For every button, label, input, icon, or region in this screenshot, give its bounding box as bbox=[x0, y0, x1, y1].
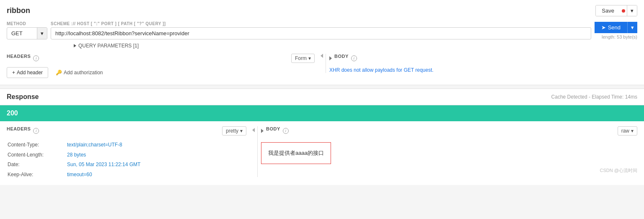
query-params-toggle[interactable]: QUERY PARAMETERS [1] bbox=[74, 43, 637, 49]
save-status-dot bbox=[622, 9, 625, 13]
raw-label: raw bbox=[621, 128, 629, 134]
response-collapse-left-arrow[interactable] bbox=[252, 128, 255, 132]
response-body-header: BODY i raw ▾ bbox=[261, 126, 637, 136]
save-dropdown-button[interactable]: ▾ bbox=[627, 5, 637, 16]
add-header-button[interactable]: + Add header bbox=[7, 67, 48, 78]
form-dropdown-arrow: ▾ bbox=[308, 55, 311, 61]
query-params-row: QUERY PARAMETERS [1] bbox=[7, 43, 637, 49]
headers-title: HEADERS bbox=[7, 54, 31, 59]
query-params-triangle bbox=[74, 44, 76, 47]
response-headers-body-row: HEADERS i pretty ▾ Content-Type:text/pla… bbox=[7, 126, 637, 180]
response-header: Response Cache Detected - Elapsed Time: … bbox=[0, 89, 644, 105]
header-value: timeout=60 bbox=[67, 170, 246, 180]
collapse-left-arrow[interactable] bbox=[321, 54, 323, 58]
response-headers-table: Content-Type:text/plain;charset=UTF-8Con… bbox=[7, 140, 246, 180]
url-group: SCHEME :// HOST [ ":" PORT ] [ PATH [ "?… bbox=[51, 21, 591, 39]
response-collapse-divider bbox=[250, 126, 257, 132]
headers-body-row: HEADERS i Form ▾ + Add header 🔑 Add bbox=[7, 54, 637, 78]
csdn-watermark: CSDN @心流时间 bbox=[261, 164, 637, 177]
response-body-title-group: BODY i bbox=[261, 126, 289, 136]
table-row: Content-Type:text/plain;charset=UTF-8 bbox=[8, 141, 246, 150]
header-name: Keep-Alive: bbox=[8, 170, 66, 180]
send-button[interactable]: ➤ Send bbox=[595, 22, 627, 33]
elapsed-time: Cache Detected - Elapsed Time: 14ms bbox=[551, 94, 637, 100]
save-button-group: Save ▾ bbox=[595, 5, 637, 16]
response-headers-title: HEADERS bbox=[7, 126, 31, 131]
response-body-info-icon[interactable]: i bbox=[283, 128, 289, 134]
send-dropdown-button[interactable]: ▾ bbox=[627, 22, 637, 33]
response-body-content: 我是提供者aaaa的接口 bbox=[268, 150, 324, 156]
status-code: 200 bbox=[7, 110, 18, 117]
method-dropdown-arrow[interactable]: ▾ bbox=[37, 28, 47, 39]
url-input[interactable] bbox=[51, 27, 591, 39]
response-content: HEADERS i pretty ▾ Content-Type:text/pla… bbox=[0, 121, 644, 185]
body-message: XHR does not allow payloads for GET requ… bbox=[329, 67, 637, 73]
status-bar: 200 bbox=[0, 105, 644, 121]
body-title: BODY bbox=[334, 54, 349, 59]
method-group: METHOD GET POST PUT DELETE ▾ bbox=[7, 21, 47, 39]
response-headers-section-header: HEADERS i pretty ▾ bbox=[7, 126, 246, 136]
header-name: Content-Length: bbox=[8, 151, 66, 160]
response-body-expand-arrow[interactable] bbox=[261, 129, 264, 133]
raw-dropdown-arrow: ▾ bbox=[631, 128, 634, 134]
table-row: Date:Sun, 05 Mar 2023 11:22:14 GMT bbox=[8, 160, 246, 169]
top-header: ribbon Save ▾ bbox=[7, 5, 637, 16]
headers-action-row: + Add header 🔑 Add authorization bbox=[7, 67, 315, 78]
body-expand-arrow[interactable] bbox=[329, 56, 332, 60]
response-body-section: BODY i raw ▾ 我是提供者aaaa的接口 CSDN @心流时间 bbox=[257, 126, 637, 177]
add-authorization-button[interactable]: 🔑 Add authorization bbox=[52, 68, 107, 78]
method-select[interactable]: GET POST PUT DELETE bbox=[7, 28, 37, 39]
send-label: Send bbox=[608, 24, 621, 31]
header-value: 28 bytes bbox=[67, 151, 246, 160]
header-name: Content-Type: bbox=[8, 141, 66, 150]
pretty-dropdown-arrow: ▾ bbox=[240, 128, 243, 134]
body-info-icon[interactable]: i bbox=[351, 55, 357, 61]
header-name: Date: bbox=[8, 160, 66, 169]
request-body-section: BODY i XHR does not allow payloads for G… bbox=[326, 54, 637, 73]
collapse-divider bbox=[318, 54, 326, 58]
request-headers-section: HEADERS i Form ▾ + Add header 🔑 Add bbox=[7, 54, 318, 78]
body-title-group: BODY i bbox=[329, 54, 357, 63]
raw-dropdown[interactable]: raw ▾ bbox=[618, 126, 637, 136]
length-info: length: 53 byte(s) bbox=[602, 34, 637, 39]
response-headers-section: HEADERS i pretty ▾ Content-Type:text/pla… bbox=[7, 126, 250, 180]
table-row: Keep-Alive:timeout=60 bbox=[8, 170, 246, 180]
request-section: ribbon Save ▾ METHOD GET POST PUT DELETE… bbox=[0, 0, 644, 85]
form-dropdown[interactable]: Form ▾ bbox=[291, 54, 315, 63]
app-title: ribbon bbox=[7, 6, 30, 15]
headers-section-header: HEADERS i Form ▾ bbox=[7, 54, 315, 63]
response-section: Response Cache Detected - Elapsed Time: … bbox=[0, 89, 644, 185]
save-button[interactable]: Save bbox=[596, 5, 620, 16]
response-body-title: BODY bbox=[266, 126, 280, 131]
method-select-wrapper: GET POST PUT DELETE ▾ bbox=[7, 27, 47, 39]
response-headers-title-group: HEADERS i bbox=[7, 126, 39, 136]
response-body-box: 我是提供者aaaa的接口 bbox=[261, 142, 331, 164]
body-section-header: BODY i bbox=[329, 54, 637, 63]
url-row: METHOD GET POST PUT DELETE ▾ SCHEME :// … bbox=[7, 21, 637, 39]
table-row: Content-Length:28 bytes bbox=[8, 151, 246, 160]
headers-controls: Form ▾ bbox=[291, 54, 315, 63]
headers-info-icon[interactable]: i bbox=[33, 55, 39, 61]
header-value: text/plain;charset=UTF-8 bbox=[67, 141, 246, 150]
headers-title-group: HEADERS i bbox=[7, 54, 39, 63]
query-params-label: QUERY PARAMETERS [1] bbox=[78, 43, 139, 49]
add-header-label: Add header bbox=[17, 70, 43, 76]
response-headers-info-icon[interactable]: i bbox=[33, 128, 39, 134]
send-icon: ➤ bbox=[601, 24, 606, 31]
send-group: ➤ Send ▾ length: 53 byte(s) bbox=[595, 22, 637, 39]
scheme-label: SCHEME :// HOST [ ":" PORT ] [ PATH [ "?… bbox=[51, 21, 591, 26]
form-label: Form bbox=[295, 55, 307, 61]
pretty-dropdown[interactable]: pretty ▾ bbox=[222, 126, 246, 136]
pretty-label: pretty bbox=[226, 128, 238, 134]
header-value: Sun, 05 Mar 2023 11:22:14 GMT bbox=[67, 160, 246, 169]
send-btn-group: ➤ Send ▾ bbox=[595, 22, 637, 33]
method-label: METHOD bbox=[7, 21, 47, 26]
add-auth-label: Add authorization bbox=[64, 70, 103, 76]
key-icon: 🔑 bbox=[56, 70, 62, 76]
add-header-plus: + bbox=[12, 70, 15, 76]
response-title: Response bbox=[7, 93, 39, 101]
